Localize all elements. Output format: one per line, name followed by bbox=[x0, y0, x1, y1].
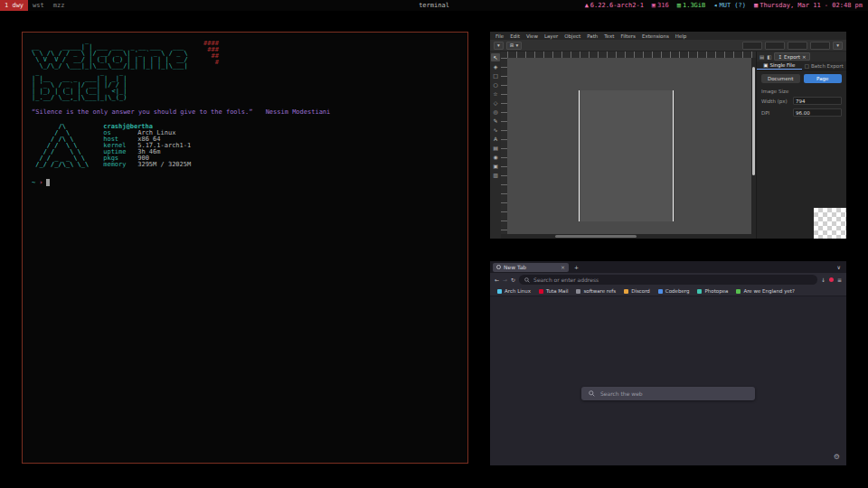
gradient-tool-icon[interactable]: ▤ bbox=[491, 144, 500, 152]
forward-button[interactable]: → bbox=[503, 277, 507, 283]
workspace-tag-2[interactable]: wst bbox=[28, 0, 49, 11]
canvas-horizontal-scrollbar[interactable] bbox=[501, 234, 756, 239]
ascii-banner-accent: #### ### ## # bbox=[203, 41, 219, 66]
package-icon: ▣ bbox=[652, 2, 656, 9]
x-coordinate-field[interactable] bbox=[742, 42, 762, 50]
menu-filters[interactable]: Filters bbox=[620, 33, 636, 39]
search-icon bbox=[589, 390, 595, 397]
bookmark-photopea[interactable]: Photopea bbox=[697, 288, 728, 294]
grid-icon: ⊞ bbox=[510, 42, 514, 48]
package-status: ▣ 316 bbox=[652, 2, 669, 9]
toolbar-dropdown[interactable]: ▾ bbox=[494, 42, 504, 50]
width-label: Width (px) bbox=[761, 99, 790, 104]
bookmark-discord[interactable]: Discord bbox=[624, 288, 650, 294]
export-mode-tabs: ▣ Single File □ Batch Export bbox=[757, 61, 846, 70]
box3d-tool-icon[interactable]: ◇ bbox=[491, 99, 500, 107]
paint-bucket-tool-icon[interactable]: ▣ bbox=[491, 162, 500, 170]
menu-object[interactable]: Object bbox=[564, 33, 580, 39]
tab-close-icon[interactable]: × bbox=[561, 264, 565, 270]
menu-file[interactable]: File bbox=[495, 33, 504, 39]
bookmark-software-refs[interactable]: software refs bbox=[576, 288, 616, 294]
paper-grid-dropdown[interactable]: ⊞▾ bbox=[506, 42, 522, 50]
favicon bbox=[658, 289, 663, 294]
scrollbar-thumb[interactable] bbox=[752, 67, 755, 175]
menu-view[interactable]: View bbox=[526, 33, 538, 39]
dock-header: ▤ ◧ ↥ Export × bbox=[757, 52, 846, 61]
inkscape-window[interactable]: File Edit View Layer Object Path Text Fi… bbox=[490, 32, 846, 239]
vertical-ruler bbox=[501, 58, 507, 234]
menu-button[interactable]: ≡ bbox=[837, 277, 842, 283]
workspace-tag-3[interactable]: mzz bbox=[49, 0, 70, 11]
dropper-tool-icon[interactable]: ◉ bbox=[491, 153, 500, 161]
menu-path[interactable]: Path bbox=[587, 33, 598, 39]
dock-icon-a[interactable]: ▤ bbox=[760, 54, 764, 60]
inkscape-toolbox: ↖ ◈ □ ○ ☆ ◇ ◎ ✎ ∿ A ▤ ◉ ▣ ▥ bbox=[490, 52, 501, 239]
pencil-tool-icon[interactable]: ✎ bbox=[491, 117, 500, 125]
bookmark-codeberg[interactable]: Codeberg bbox=[658, 288, 690, 294]
downloads-button[interactable]: ↓ bbox=[821, 277, 826, 283]
checkbox-on-icon: ▣ bbox=[763, 62, 768, 68]
export-width-input[interactable]: 794 bbox=[793, 97, 842, 105]
favicon bbox=[576, 289, 580, 294]
volume-status: ◂ MUT (?) bbox=[713, 2, 746, 9]
ellipse-tool-icon[interactable]: ○ bbox=[491, 80, 500, 89]
url-bar[interactable]: Search or enter address bbox=[519, 275, 817, 285]
quote-author: Nessim Modestiani bbox=[266, 108, 331, 116]
text-tool-icon[interactable]: A bbox=[491, 135, 500, 143]
fetch-row-memory: memory3295M / 32025M bbox=[103, 162, 191, 168]
bookmark-are-we-england[interactable]: Are we England yet? bbox=[736, 288, 794, 294]
inkscape-canvas[interactable] bbox=[507, 58, 751, 234]
fetch-info: crashj@bertha osArch Linux hostx86_64 ke… bbox=[103, 124, 191, 168]
node-tool-icon[interactable]: ◈ bbox=[491, 62, 500, 70]
rect-tool-icon[interactable]: □ bbox=[491, 71, 500, 80]
y-coordinate-field[interactable] bbox=[765, 42, 785, 50]
tab-batch-export[interactable]: □ Batch Export bbox=[802, 61, 847, 70]
export-dock: ▤ ◧ ↥ Export × ▣ Single File □ Batch Exp… bbox=[756, 52, 846, 239]
height-field[interactable] bbox=[810, 42, 830, 50]
export-tab-label: Export bbox=[784, 54, 800, 60]
dpi-row: DPI 96.00 bbox=[757, 107, 846, 118]
back-button[interactable]: ← bbox=[495, 277, 499, 283]
menu-text[interactable]: Text bbox=[604, 33, 614, 39]
terminal-window[interactable]: _ __ _____| | ___ ___ _ __ ___ ___ \ \ /… bbox=[22, 32, 468, 464]
width-field[interactable] bbox=[788, 42, 807, 50]
scrollbar-thumb[interactable] bbox=[555, 235, 637, 238]
measure-tool-icon[interactable]: ▥ bbox=[491, 171, 500, 179]
dock-icon-b[interactable]: ◧ bbox=[767, 54, 771, 60]
pen-tool-icon[interactable]: ∿ bbox=[491, 126, 500, 134]
inkscape-command-toolbar: ▾ ⊞▾ ▾ bbox=[490, 40, 846, 52]
menu-edit[interactable]: Edit bbox=[510, 33, 520, 39]
canvas-vertical-scrollbar[interactable] bbox=[751, 58, 756, 234]
workspace-tag-1[interactable]: 1 dwy bbox=[0, 0, 28, 11]
page-area-button[interactable]: Page bbox=[804, 74, 843, 83]
web-search-input[interactable]: Search the web bbox=[581, 387, 755, 400]
volume-icon: ◂ bbox=[713, 2, 717, 9]
checkbox-off-icon: □ bbox=[805, 63, 809, 69]
bookmark-arch-linux[interactable]: Arch Linux bbox=[497, 288, 531, 294]
memory-status-text: 1.3GiB bbox=[683, 2, 705, 9]
refresh-button[interactable]: ↻ bbox=[511, 277, 515, 283]
document-area-button[interactable]: Document bbox=[761, 74, 800, 83]
prompt-char: › bbox=[39, 179, 42, 186]
extension-record-icon[interactable] bbox=[829, 277, 834, 282]
active-tab[interactable]: New Tab × bbox=[493, 263, 569, 272]
shell-prompt[interactable]: ~ › bbox=[32, 179, 458, 186]
tab-single-file[interactable]: ▣ Single File bbox=[757, 61, 802, 70]
menu-help[interactable]: Help bbox=[675, 33, 687, 39]
browser-window[interactable]: New Tab × + ∨ ← → ↻ Search or enter addr… bbox=[490, 261, 846, 465]
menu-extensions[interactable]: Extensions bbox=[642, 33, 669, 39]
spiral-tool-icon[interactable]: ◎ bbox=[491, 108, 500, 116]
tab-overflow-icon[interactable]: ∨ bbox=[837, 264, 844, 270]
menu-layer[interactable]: Layer bbox=[544, 33, 558, 39]
export-dpi-input[interactable]: 96.00 bbox=[793, 108, 842, 117]
units-dropdown[interactable]: ▾ bbox=[833, 42, 843, 50]
clock-status: ▦ Thursday, Mar 11 - 02:48 pm bbox=[754, 2, 863, 9]
close-icon[interactable]: × bbox=[802, 54, 807, 60]
gear-icon[interactable]: ⚙ bbox=[834, 453, 840, 461]
export-dialog-tab[interactable]: ↥ Export × bbox=[774, 52, 809, 61]
star-tool-icon[interactable]: ☆ bbox=[491, 89, 500, 98]
selector-tool-icon[interactable]: ↖ bbox=[491, 53, 500, 61]
package-status-text: 316 bbox=[657, 2, 669, 9]
new-tab-button[interactable]: + bbox=[571, 264, 581, 270]
bookmark-tuta-mail[interactable]: Tuta Mail bbox=[539, 288, 568, 294]
